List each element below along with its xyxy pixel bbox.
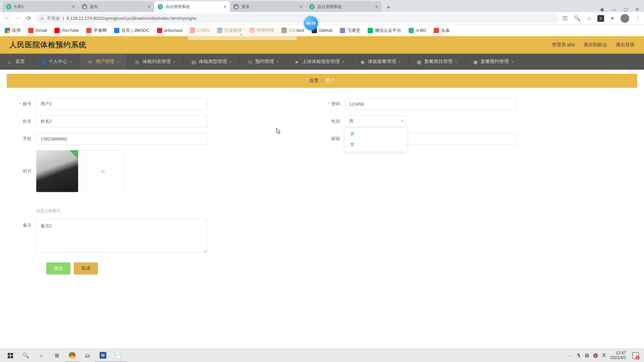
browser-tab[interactable]: ◉ 首页 × xyxy=(78,1,154,12)
nav-profile[interactable]: 👤个人中心▾ xyxy=(33,54,80,70)
account-input[interactable] xyxy=(36,98,207,110)
minimize-icon[interactable]: — xyxy=(611,7,616,12)
bookmark-item[interactable]: 飞课堂 xyxy=(340,27,360,34)
cancel-button[interactable]: 取消 xyxy=(74,262,98,275)
gender-option-female[interactable]: 女 xyxy=(345,139,407,149)
bookmark-item[interactable]: YouTube xyxy=(54,28,79,33)
bookmark-item[interactable]: 头条 xyxy=(434,27,450,34)
close-icon[interactable]: × xyxy=(148,4,151,9)
back-icon[interactable]: ← xyxy=(3,15,11,22)
address-bar[interactable]: ⚠ 不安全 | 8.129.11.174:9015/springboot1yu3… xyxy=(36,13,559,23)
tray-app-icon[interactable]: 🐧 xyxy=(576,353,581,358)
zoom-icon[interactable]: 🔍 xyxy=(574,15,581,21)
label-password: 密码 xyxy=(322,98,340,107)
nav-upload-report[interactable]: ➤上传体检报告管理▾ xyxy=(287,54,353,70)
bookmark-item[interactable]: w3school xyxy=(157,28,182,33)
bookmark-item[interactable]: A BO xyxy=(409,28,426,33)
exit-front-link[interactable]: 退出到前台 xyxy=(584,42,607,48)
chevron-down-icon: ▾ xyxy=(399,60,400,64)
profile-avatar-icon[interactable] xyxy=(621,14,629,23)
new-tab-button[interactable]: + xyxy=(384,3,393,12)
label-name: 姓名 xyxy=(13,115,32,124)
browser-tab-active[interactable]: V 后台管理系统 × xyxy=(154,1,230,12)
taskbar-clock[interactable]: 12:47 2021/4/3 xyxy=(610,351,626,360)
bookmark-item[interactable]: Gmail xyxy=(28,28,47,33)
close-icon[interactable]: × xyxy=(72,4,75,9)
admin-label[interactable]: 管理员 abo xyxy=(552,42,575,48)
bookmark-item[interactable]: 微信公众平台 xyxy=(368,27,401,34)
forward-icon[interactable]: → xyxy=(14,15,21,22)
nav-package[interactable]: ◉体验套餐管理▾ xyxy=(353,54,409,70)
close-icon[interactable]: × xyxy=(300,4,302,9)
password-input[interactable] xyxy=(345,98,516,110)
bookmark-label: 首页 | JMOOC xyxy=(121,27,150,34)
nav-appoint[interactable]: ◷预约管理▾ xyxy=(240,54,287,70)
chrome-taskbar-icon[interactable] xyxy=(64,349,80,362)
phone-input[interactable] xyxy=(36,133,207,145)
svg-rect-0 xyxy=(8,353,10,355)
remark-textarea[interactable]: 备注2 xyxy=(36,219,207,253)
label-remark: 备注 xyxy=(13,219,32,228)
bookmark-item[interactable]: 首页 | JMOOC xyxy=(114,27,150,34)
browser-tab[interactable]: ◉ 登录 × xyxy=(230,1,306,12)
tray-chevron-up-icon[interactable]: ︿ xyxy=(568,353,572,358)
app-header: 人民医院体检预约系统 管理员 abo 退出到前台 退出登录 xyxy=(0,36,644,54)
bookmark-star-icon[interactable]: ☆ xyxy=(587,15,591,21)
tray-screenshot-icon[interactable]: 🖼 xyxy=(585,353,589,358)
name-input[interactable] xyxy=(36,115,207,127)
action-center-button[interactable]: 2 xyxy=(630,349,641,362)
nav-label: 上传体检报告管理 xyxy=(302,59,340,65)
logout-link[interactable]: 退出登录 xyxy=(616,42,635,48)
nav-user-manage[interactable]: ✉用户管理▾ xyxy=(80,54,127,70)
cortana-button[interactable]: ○ xyxy=(34,349,49,362)
uploaded-photo[interactable]: ✓ xyxy=(36,150,78,192)
nav-package-appoint[interactable]: ▣套餐预约管理▾ xyxy=(465,54,522,70)
bookmark-apps[interactable]: 应用 xyxy=(5,27,21,34)
clock-date: 2021/4/3 xyxy=(610,356,626,360)
nav-label: 首页 xyxy=(15,59,25,65)
chrome-menu-icon[interactable]: ⋮ xyxy=(635,15,641,21)
bookmark-label: 头条 xyxy=(441,27,450,34)
notepad-taskbar-icon[interactable]: 📄 xyxy=(111,349,126,362)
bookmark-item[interactable]: 学者网 xyxy=(86,27,107,34)
ime-indicator[interactable]: 英 xyxy=(602,353,606,358)
nav-exam-type[interactable]: ▤体检类型管理▾ xyxy=(183,54,240,70)
word-taskbar-icon[interactable]: W xyxy=(95,349,111,362)
breadcrumb: 首页 / 用户 xyxy=(7,74,637,88)
search-button[interactable]: 🔍 xyxy=(18,349,34,362)
tray-volume-icon[interactable]: 🔇 xyxy=(593,353,598,358)
close-window-icon[interactable]: ✕ xyxy=(635,7,639,12)
nav-home[interactable]: ⌂首页 xyxy=(0,54,33,70)
gender-select[interactable]: 男 xyxy=(345,115,407,127)
account-icon[interactable]: ◉ xyxy=(600,7,604,12)
file-explorer-icon[interactable]: 🗂 xyxy=(80,349,95,362)
breadcrumb-root[interactable]: 首页 xyxy=(309,78,319,84)
reload-icon[interactable]: ⟳ xyxy=(25,15,32,22)
browser-toolbar: ← → ⟳ ⚠ 不安全 | 8.129.11.174:9015/springbo… xyxy=(0,12,644,25)
maximize-icon[interactable]: ▢ xyxy=(624,7,628,12)
vue-icon: V xyxy=(6,4,11,9)
nav-label: 体检类型管理 xyxy=(199,59,227,65)
start-button[interactable] xyxy=(3,349,18,362)
task-view-button[interactable]: ⊞ xyxy=(49,349,64,362)
close-icon[interactable]: × xyxy=(375,4,378,9)
browser-tab[interactable]: V 后台管理系统 × xyxy=(306,1,381,12)
upload-photo-button[interactable]: ＋ xyxy=(82,150,123,192)
chevron-down-icon: ▾ xyxy=(512,60,513,64)
app-title: 人民医院体检预约系统 xyxy=(9,40,87,50)
nav-package-category[interactable]: ▦套餐类目管理▾ xyxy=(409,54,465,70)
close-icon[interactable]: × xyxy=(224,4,226,9)
calendar-icon: ▣ xyxy=(473,59,478,64)
target-icon: ◎ xyxy=(135,59,140,64)
nav-exam-list[interactable]: ◎体检列表管理▾ xyxy=(127,54,183,70)
password-key-icon[interactable]: ⚿ xyxy=(562,15,568,21)
gender-option-male[interactable]: 男 xyxy=(345,129,407,139)
svg-rect-1 xyxy=(11,353,13,355)
vue-icon xyxy=(409,28,414,33)
submit-button[interactable]: 提交 xyxy=(46,262,70,275)
extensions-puzzle-icon[interactable]: ✦ xyxy=(610,15,614,21)
extension-x-icon[interactable]: X xyxy=(597,15,604,22)
system-tray: ︿ 🐧 🖼 🔇 英 12:47 2021/4/3 2 xyxy=(568,349,641,362)
nav-label: 体验套餐管理 xyxy=(368,59,396,65)
browser-tab[interactable]: V A BO × xyxy=(3,1,78,12)
